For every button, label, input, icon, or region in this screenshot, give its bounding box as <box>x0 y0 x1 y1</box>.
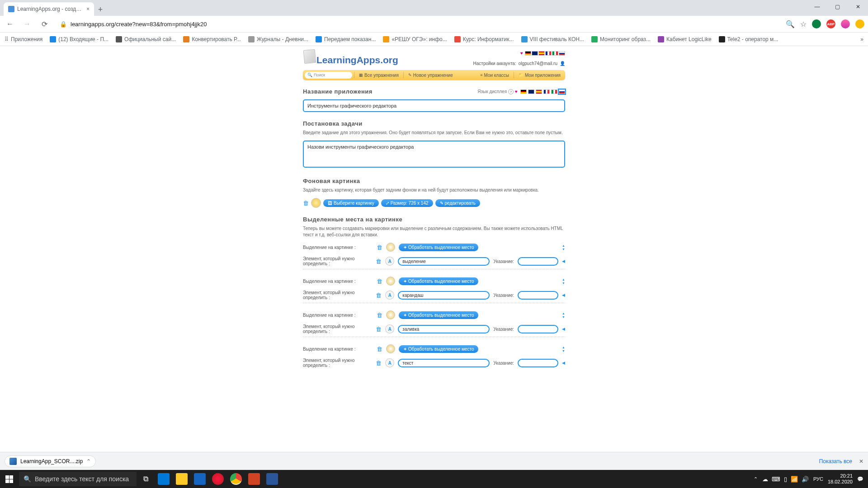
expand-icon[interactable]: ◀ <box>562 327 565 331</box>
bookmark-item[interactable]: Передаем показан... <box>316 36 376 42</box>
bookmark-item[interactable]: Кабинет LogicLike <box>658 36 712 42</box>
text-type-icon[interactable]: A <box>385 324 394 333</box>
arrow-down-icon[interactable]: ▼ <box>562 282 565 285</box>
nav-my-classes[interactable]: ≡Мои классы <box>477 73 512 78</box>
process-mark-button[interactable]: ✦Обработать выделенное место <box>399 311 478 319</box>
reload-button[interactable]: ⟳ <box>38 18 51 30</box>
arrow-up-icon[interactable]: ▲ <box>562 312 565 315</box>
bookmark-item[interactable]: «РЕШУ ОГЭ»: инфо... <box>383 36 447 42</box>
flag-it[interactable] <box>551 89 557 94</box>
apps-button[interactable]: ⠿ Приложения <box>5 36 42 42</box>
zoom-icon[interactable]: 🔍 <box>786 20 795 28</box>
nav-new-exercise[interactable]: ✎Новое упражнение <box>406 73 456 78</box>
bookmarks-overflow[interactable]: » <box>860 36 863 42</box>
flag-de[interactable] <box>525 51 531 56</box>
bookmark-item[interactable]: Официальный сай... <box>116 36 176 42</box>
flag-ru[interactable] <box>559 51 565 56</box>
maximize-button[interactable]: ▢ <box>827 0 848 14</box>
hint-input[interactable] <box>518 257 558 266</box>
trash-icon[interactable]: 🗑 <box>376 326 382 333</box>
hint-input[interactable] <box>518 325 558 333</box>
close-button[interactable]: ✕ <box>848 0 868 14</box>
help-icon[interactable]: ? <box>508 89 514 94</box>
star-icon[interactable]: ☆ <box>800 20 807 28</box>
mark-thumb[interactable] <box>386 344 395 353</box>
nav-my-apps[interactable]: 📁Мои приложения <box>516 73 563 78</box>
flag-en[interactable] <box>528 89 534 94</box>
process-mark-button[interactable]: ✦Обработать выделенное место <box>399 277 478 285</box>
arrow-down-icon[interactable]: ▼ <box>562 315 565 319</box>
browser-tab[interactable]: LearningApps.org - создание м... × <box>4 2 94 16</box>
hint-input[interactable] <box>518 291 558 300</box>
profile-avatar[interactable] <box>841 19 850 28</box>
account-info[interactable]: Настройки аккаунта: olgpuch74@mail.ru 👤 <box>473 61 565 66</box>
arrow-down-icon[interactable]: ▼ <box>562 349 565 352</box>
flag-fr[interactable] <box>543 89 550 94</box>
task-textarea[interactable]: Назови инструменты графического редактор… <box>303 141 565 168</box>
text-type-icon[interactable]: A <box>385 291 394 300</box>
trash-icon[interactable]: 🗑 <box>377 312 382 319</box>
arrow-up-icon[interactable]: ▲ <box>562 278 565 281</box>
bookmark-item[interactable]: Tele2 - оператор м... <box>719 36 778 42</box>
nav-all-exercises[interactable]: ▦Все упражнения <box>356 73 401 78</box>
text-type-icon[interactable]: A <box>385 257 394 266</box>
flag-es[interactable] <box>538 51 545 56</box>
element-input[interactable] <box>398 257 490 266</box>
flag-es[interactable] <box>536 89 542 94</box>
size-button[interactable]: ⤢Размер: 726 x 142 <box>381 199 433 207</box>
trash-icon[interactable]: 🗑 <box>377 244 382 251</box>
process-mark-button[interactable]: ✦Обработать выделенное место <box>399 244 478 251</box>
expand-icon[interactable]: ◀ <box>562 259 565 263</box>
arrow-down-icon[interactable]: ▼ <box>562 248 565 251</box>
bookmark-item[interactable]: Мониторинг образ... <box>591 36 651 42</box>
btn-label: редактировать <box>445 201 476 206</box>
flag-ru[interactable] <box>559 89 565 94</box>
trash-icon[interactable]: 🗑 <box>377 346 382 352</box>
flag-en[interactable] <box>532 51 538 56</box>
bookmark-item[interactable]: (12) Входящие - П... <box>50 36 108 42</box>
trash-icon[interactable]: 🗑 <box>377 278 382 285</box>
arrow-up-icon[interactable]: ▲ <box>562 346 565 349</box>
trash-icon[interactable]: 🗑 <box>303 200 309 206</box>
abp-icon[interactable]: ABP <box>826 19 835 28</box>
search-input[interactable]: 🔍 Поиск <box>305 72 352 79</box>
trash-icon[interactable]: 🗑 <box>376 360 382 366</box>
url-bar[interactable]: 🔒 learningapps.org/create?new=83&from=pm… <box>55 21 781 28</box>
flag-it[interactable] <box>552 51 558 56</box>
close-icon[interactable]: × <box>86 6 90 12</box>
pencil-icon: ✎ <box>408 73 412 77</box>
element-input[interactable] <box>398 325 490 333</box>
process-mark-button[interactable]: ✦Обработать выделенное место <box>399 345 478 353</box>
user-icon[interactable] <box>855 19 864 28</box>
edit-button[interactable]: ✎редактировать <box>435 199 480 207</box>
bookmark-item[interactable]: Курс: Информатик... <box>454 36 514 42</box>
hint-input[interactable] <box>518 359 558 367</box>
text-type-icon[interactable]: A <box>385 358 394 367</box>
flag-de[interactable] <box>520 89 527 94</box>
expand-icon[interactable]: ◀ <box>562 293 565 297</box>
mark-thumb[interactable] <box>386 310 395 319</box>
new-tab-button[interactable]: + <box>94 3 107 16</box>
trash-icon[interactable]: 🗑 <box>376 292 382 299</box>
flag-fr[interactable] <box>545 51 552 56</box>
bookmark-item[interactable]: VIII фестиваль КОН... <box>521 36 584 42</box>
minimize-button[interactable]: — <box>807 0 827 14</box>
bookmark-item[interactable]: Конвертировать Р... <box>183 36 241 42</box>
expand-icon[interactable]: ◀ <box>562 361 565 365</box>
arrow-up-icon[interactable]: ▲ <box>562 244 565 247</box>
image-thumb[interactable] <box>311 198 321 208</box>
trash-icon[interactable]: 🗑 <box>376 258 382 265</box>
app-title-input[interactable] <box>303 99 565 112</box>
back-button[interactable]: ← <box>4 18 16 30</box>
element-input[interactable] <box>398 291 490 300</box>
bookmark-item[interactable]: Журналы - Дневни... <box>248 36 308 42</box>
forward-button[interactable]: → <box>21 18 33 30</box>
extension-icon[interactable] <box>812 19 821 28</box>
mark-thumb[interactable] <box>386 243 395 252</box>
mark-thumb[interactable] <box>386 277 395 286</box>
bookmark-icon <box>116 36 122 42</box>
select-image-button[interactable]: 🖼Выберите картинку <box>323 199 379 207</box>
bookmark-label: Мониторинг образ... <box>600 36 651 42</box>
site-logo[interactable]: LearningApps.org <box>316 55 398 66</box>
element-input[interactable] <box>398 359 490 367</box>
